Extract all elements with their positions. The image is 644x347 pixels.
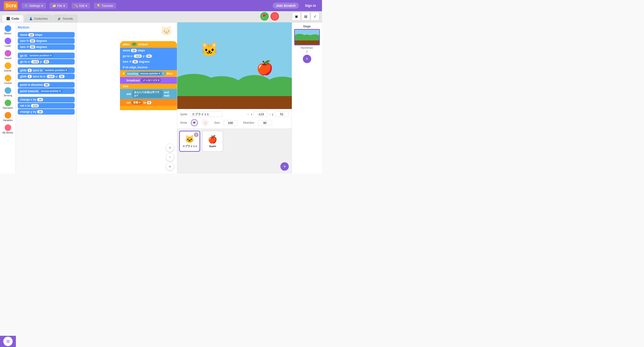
zoom-reset-btn[interactable]: ≡ bbox=[166, 162, 174, 171]
stage-area: 🐱 🍎 Sprite ↔ x ↕ y Show 👁 bbox=[177, 22, 292, 174]
canvas-block-set-var[interactable]: set 変数 ▾ to 0 bbox=[120, 99, 177, 106]
sign-in-btn[interactable]: Sign in bbox=[302, 2, 318, 9]
show-sprite-btn[interactable]: 👁 bbox=[191, 119, 198, 126]
canvas-block-turn[interactable]: turn ↺ 15 degrees bbox=[120, 59, 177, 64]
cat-looks[interactable]: Looks bbox=[0, 37, 16, 48]
stage-preview: 🐱 🍎 bbox=[177, 22, 292, 109]
tutorials-btn[interactable]: 💡 Tutorials bbox=[94, 3, 116, 9]
canvas-block-broadcast[interactable]: broadcast メッセージ1 ▾ bbox=[120, 77, 177, 84]
block-go-to[interactable]: go to random position ▾ bbox=[18, 52, 74, 58]
cat-myblocks[interactable]: My Blocks bbox=[0, 124, 16, 135]
tab-code[interactable]: ⬛ Code bbox=[2, 15, 24, 22]
top-nav: Scratch ⚙️ Settings ▾ 📁 File ▾ ✏️ Edit ▾… bbox=[0, 0, 322, 11]
cat-sound[interactable]: Sound bbox=[0, 49, 16, 60]
block-set-x[interactable]: set x to -113 bbox=[18, 103, 74, 108]
svg-text:Scratch: Scratch bbox=[6, 2, 17, 8]
sprite-apple[interactable]: 🍎 bbox=[256, 60, 273, 76]
file-menu[interactable]: 📁 File ▾ bbox=[50, 3, 68, 9]
view-fullscreen-btn[interactable]: ⤢ bbox=[311, 12, 319, 20]
hide-sprite-btn[interactable]: 🚫 bbox=[202, 119, 208, 126]
cat-motion[interactable]: Motion bbox=[0, 24, 16, 36]
stage-ground bbox=[177, 96, 292, 109]
sprite-cat[interactable]: 🐱 bbox=[201, 41, 218, 58]
canvas-group-1[interactable]: when 🚩 clicked move 10 steps go to x: -1… bbox=[120, 41, 177, 110]
edit-menu[interactable]: ✏️ Edit ▾ bbox=[72, 3, 90, 9]
cat-sensing[interactable]: Sensing bbox=[0, 86, 16, 98]
stage-right-panel: Stage Backdrops 2 + bbox=[292, 22, 322, 174]
red-stop-btn[interactable] bbox=[270, 12, 279, 20]
main-content: Motion Looks Sound Events Control Sensin… bbox=[0, 22, 322, 174]
add-sprite-btn[interactable]: + bbox=[280, 162, 289, 171]
green-flag-btn[interactable]: 🚩 bbox=[260, 12, 269, 20]
blocks-title: Motion bbox=[18, 24, 74, 30]
block-glide-to[interactable]: glide 1 secs to random position ▾ bbox=[18, 67, 74, 73]
block-point-direction[interactable]: point in direction 90 bbox=[18, 82, 74, 88]
canvas-block-if[interactable]: if touching mouse-pointer ▾ ? then broad… bbox=[120, 70, 177, 110]
cat-events[interactable]: Events bbox=[0, 62, 16, 73]
sprite-list-area: ✕ 🐱 スプライト1 🍎 Apple + bbox=[177, 128, 292, 174]
sprite-delete-btn-1[interactable]: ✕ bbox=[194, 132, 198, 137]
canvas-block-else: else bbox=[120, 84, 177, 89]
tab-bar: ⬛ Code 👗 Costumes 🔊 Sounds 🚩 ▣ ▤ ⤢ bbox=[0, 11, 322, 22]
view-stage-btn[interactable]: ▤ bbox=[302, 12, 310, 20]
zoom-out-btn[interactable]: − bbox=[166, 153, 174, 161]
cat-control[interactable]: Control bbox=[0, 74, 16, 85]
canvas-block-ask[interactable]: ask あなたの名前は何ですか? and wait bbox=[120, 89, 177, 99]
block-move[interactable]: move 10 steps bbox=[18, 32, 74, 38]
script-canvas: when 🚩 clicked move 10 steps go to x: -1… bbox=[77, 22, 177, 174]
sprite-x-input[interactable] bbox=[254, 112, 268, 117]
canvas-block-end bbox=[120, 106, 177, 110]
sprite-direction-input[interactable] bbox=[258, 120, 272, 126]
script-area[interactable]: 🐱 when 🚩 clicked move 10 steps go to x: … bbox=[77, 22, 177, 174]
sprite-info: Sprite ↔ x ↕ y Show 👁 🚫 Size Direction bbox=[177, 109, 292, 128]
sprite-thumb-apple[interactable]: 🍎 Apple bbox=[202, 131, 223, 152]
settings-menu[interactable]: ⚙️ Settings ▾ bbox=[22, 3, 46, 9]
zoom-controls: + − ≡ bbox=[166, 144, 174, 171]
view-split-btn[interactable]: ▣ bbox=[292, 12, 300, 20]
block-turn-cw[interactable]: turn ↻ 15 degrees bbox=[18, 38, 74, 44]
block-when-clicked[interactable]: when 🚩 clicked bbox=[120, 41, 177, 48]
block-turn-ccw[interactable]: turn ↺ 15 degrees bbox=[18, 44, 74, 50]
blocks-panel: Motion move 10 steps turn ↻ 15 degrees t… bbox=[16, 22, 77, 174]
cat-variables[interactable]: Variables bbox=[0, 111, 16, 122]
block-glide-xy[interactable]: glide 1 secs to x: -113 y: 51 bbox=[18, 74, 74, 79]
tab-sounds[interactable]: 🔊 Sounds bbox=[53, 15, 78, 22]
sprite-thumb-sprite1[interactable]: ✕ 🐱 スプライト1 bbox=[179, 131, 200, 152]
tab-costumes[interactable]: 👗 Costumes bbox=[24, 15, 52, 22]
categories-panel: Motion Looks Sound Events Control Sensin… bbox=[0, 22, 16, 174]
block-go-to-xy[interactable]: go to x: -113 y: 51 bbox=[18, 59, 74, 64]
block-point-towards[interactable]: point towards mouse-pointer ▾ bbox=[18, 88, 74, 94]
sprite-size-input[interactable] bbox=[223, 120, 237, 126]
block-change-x[interactable]: change x by 10 bbox=[18, 97, 74, 102]
add-sprite-area: + bbox=[280, 162, 289, 171]
block-change-y[interactable]: change y by 10 bbox=[18, 109, 74, 114]
scratch-logo[interactable]: Scratch bbox=[4, 2, 18, 10]
cat-operators[interactable]: Operators bbox=[0, 99, 16, 110]
zoom-in-btn[interactable]: + bbox=[166, 144, 174, 152]
sprite-y-input[interactable] bbox=[275, 112, 289, 117]
add-backdrop-btn[interactable]: + bbox=[303, 55, 311, 63]
stage-thumbnail[interactable] bbox=[294, 29, 320, 45]
canvas-block-move[interactable]: move 10 steps bbox=[120, 48, 177, 53]
join-scratch-btn[interactable]: Join Scratch bbox=[273, 2, 299, 9]
canvas-block-bounce[interactable]: if on edge, bounce bbox=[120, 64, 177, 70]
canvas-block-goto-xy[interactable]: go to x: -113 y: 51 bbox=[120, 53, 177, 59]
sprite-name-input[interactable] bbox=[190, 112, 222, 117]
